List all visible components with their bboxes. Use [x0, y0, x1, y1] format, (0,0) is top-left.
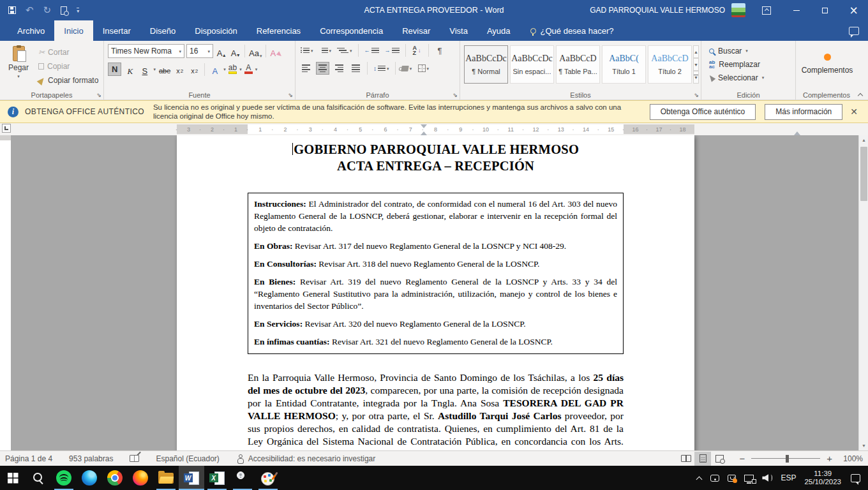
- taskbar-start[interactable]: [0, 466, 26, 490]
- print-layout-button[interactable]: [694, 452, 711, 466]
- show-marks-button[interactable]: ¶: [433, 44, 447, 57]
- clock[interactable]: 11:3925/10/2023: [804, 470, 841, 486]
- zoom-slider-thumb[interactable]: [786, 455, 789, 463]
- accessibility-status[interactable]: Accesibilidad: es necesario investigar: [236, 454, 375, 463]
- zoom-out-button[interactable]: −: [739, 454, 745, 463]
- italic-button[interactable]: K: [124, 63, 136, 76]
- account-name[interactable]: GAD PARROQUIAL VALLE HERMOSO: [590, 6, 725, 15]
- volume-icon[interactable]: [762, 474, 772, 482]
- restore-button[interactable]: [811, 0, 839, 20]
- bullets-button[interactable]: ▾: [299, 44, 315, 57]
- numbering-button[interactable]: ▾: [318, 44, 333, 57]
- tab-correspondencia[interactable]: Correspondencia: [310, 20, 393, 41]
- get-office-button[interactable]: Obtenga Office auténtico: [650, 104, 756, 120]
- shrink-font-button[interactable]: A▾: [229, 45, 241, 58]
- network-icon[interactable]: [744, 475, 754, 482]
- format-painter-button[interactable]: Copiar formato: [38, 75, 98, 86]
- copy-button[interactable]: Copiar: [38, 61, 98, 72]
- style-sin-espaci[interactable]: AaBbCcDcSin espaci...: [510, 45, 554, 84]
- align-right-button[interactable]: [333, 62, 346, 75]
- addins-button[interactable]: Complementos: [800, 44, 855, 84]
- vertical-scrollbar[interactable]: ▲ ▼: [858, 135, 868, 450]
- strikethrough-button[interactable]: abe: [158, 63, 171, 76]
- styles-dialog-launcher[interactable]: ⇘: [694, 92, 699, 98]
- paste-button[interactable]: Pegar ▾: [4, 44, 33, 89]
- qat-customize-icon[interactable]: ▾: [77, 8, 79, 13]
- scroll-down-arrow[interactable]: ▼: [859, 441, 868, 450]
- borders-button[interactable]: ▾: [417, 62, 431, 75]
- connect-device-icon[interactable]: [710, 475, 719, 482]
- text-effects-button[interactable]: A: [209, 63, 221, 76]
- styles-scroll-down[interactable]: ▼: [693, 58, 699, 71]
- tab-ayuda[interactable]: Ayuda: [477, 20, 520, 41]
- tab-archivo[interactable]: Archivo: [8, 20, 54, 41]
- word-count[interactable]: 953 palabras: [69, 454, 113, 463]
- first-line-indent-marker[interactable]: [421, 124, 427, 128]
- taskbar-search[interactable]: [26, 466, 51, 490]
- banner-close-icon[interactable]: ✕: [850, 107, 858, 117]
- style-titulo-1[interactable]: AaBbC(Título 1: [602, 45, 646, 84]
- print-preview-icon[interactable]: [61, 6, 67, 15]
- style-titulo-2[interactable]: AaBbCcDTítulo 2: [648, 45, 692, 84]
- document-page[interactable]: GOBIERNO PARROQUIAL VALLE HERMOSO ACTA E…: [177, 135, 694, 450]
- zoom-level[interactable]: 100%: [840, 454, 863, 463]
- read-mode-button[interactable]: [678, 452, 694, 466]
- cut-button[interactable]: ✂Cortar: [38, 47, 98, 58]
- undo-icon[interactable]: ↶: [26, 6, 34, 14]
- zoom-in-button[interactable]: +: [827, 454, 832, 463]
- justify-button[interactable]: [349, 62, 363, 75]
- tab-vista[interactable]: Vista: [440, 20, 477, 41]
- tray-expand-icon[interactable]: [696, 475, 702, 481]
- more-info-button[interactable]: Más información: [765, 104, 842, 120]
- font-dialog-launcher[interactable]: ⇘: [288, 92, 293, 98]
- update-notification-icon[interactable]: [728, 475, 736, 482]
- taskbar-excel[interactable]: X: [204, 466, 230, 490]
- shading-button[interactable]: ▾: [400, 62, 414, 75]
- align-left-button[interactable]: [299, 62, 313, 75]
- styles-scroll-up[interactable]: ▲: [693, 45, 699, 58]
- taskbar-edge[interactable]: [77, 466, 102, 490]
- taskbar-chrome[interactable]: [102, 466, 128, 490]
- feedback-icon[interactable]: [849, 27, 859, 35]
- ribbon-display-options-button[interactable]: [753, 0, 782, 20]
- clear-formatting-button[interactable]: A: [269, 45, 283, 58]
- page-indicator[interactable]: Página 1 de 4: [5, 454, 52, 463]
- tab-revisar[interactable]: Revisar: [393, 20, 440, 41]
- language-indicator[interactable]: Español (Ecuador): [156, 454, 219, 463]
- taskbar-chrome-profile[interactable]: [230, 466, 255, 490]
- web-layout-button[interactable]: [711, 452, 728, 466]
- taskbar-paint[interactable]: [255, 466, 281, 490]
- save-icon[interactable]: [8, 6, 16, 14]
- collapse-ribbon-button[interactable]: [858, 92, 863, 97]
- tab-disposicion[interactable]: Disposición: [185, 20, 246, 41]
- proofing-icon[interactable]: [130, 455, 139, 462]
- scroll-up-arrow[interactable]: ▲: [859, 135, 868, 145]
- taskbar-spotify[interactable]: [51, 466, 77, 490]
- styles-more-button[interactable]: ▼: [693, 71, 699, 84]
- align-center-button[interactable]: [316, 62, 329, 75]
- sort-button[interactable]: AZ↓: [410, 44, 424, 57]
- clipboard-dialog-launcher[interactable]: ⇘: [96, 92, 101, 98]
- tab-insertar[interactable]: Insertar: [93, 20, 140, 41]
- underline-button[interactable]: S: [138, 63, 151, 76]
- tab-diseno[interactable]: Diseño: [140, 20, 185, 41]
- taskbar-word[interactable]: W: [179, 466, 204, 490]
- keyboard-language[interactable]: ESP: [781, 473, 796, 482]
- paragraph-dialog-launcher[interactable]: ⇘: [453, 92, 458, 98]
- bold-button[interactable]: N: [108, 63, 121, 76]
- tab-selector[interactable]: [2, 124, 11, 133]
- tab-inicio[interactable]: Inicio: [54, 20, 93, 41]
- taskbar-explorer[interactable]: [153, 466, 179, 490]
- font-color-button[interactable]: A: [244, 64, 253, 74]
- zoom-slider[interactable]: [751, 458, 820, 459]
- multilevel-list-button[interactable]: ▾: [336, 44, 354, 57]
- tab-referencias[interactable]: Referencias: [247, 20, 310, 41]
- increase-indent-button[interactable]: →: [384, 44, 401, 57]
- style-normal[interactable]: AaBbCcDc¶ Normal: [464, 45, 508, 84]
- decrease-indent-button[interactable]: ←: [363, 44, 380, 57]
- change-case-button[interactable]: Aa▾: [248, 45, 262, 58]
- taskbar-firefox[interactable]: [128, 466, 153, 490]
- grow-font-button[interactable]: A▴: [215, 45, 227, 58]
- subscript-button[interactable]: x2: [174, 63, 186, 76]
- scrollbar-thumb[interactable]: [860, 147, 867, 201]
